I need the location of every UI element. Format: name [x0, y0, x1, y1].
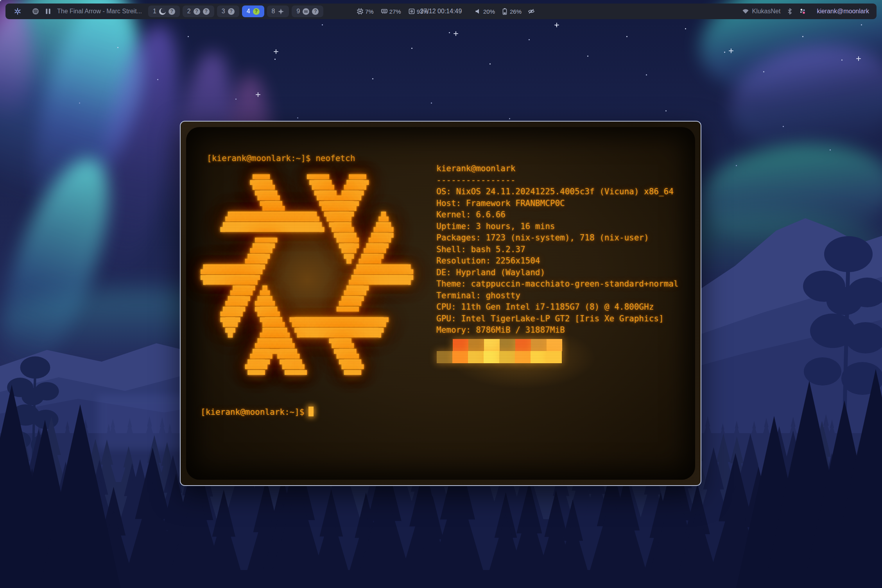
terminal-prompt: [kierank@moonlark:~]$: [201, 407, 314, 417]
user-label: kierank@moonlark: [817, 8, 869, 15]
palette-block: [437, 351, 452, 363]
palette-block: [531, 351, 546, 363]
workspace-button-4[interactable]: 4?: [242, 5, 264, 17]
workspace-button-2[interactable]: 2??: [183, 5, 214, 17]
memory-module: 27%: [381, 8, 401, 15]
workspace-number: 9: [296, 8, 300, 15]
workspace-button-9[interactable]: 9?: [292, 5, 323, 17]
palette-block: [484, 351, 499, 363]
info-line: Theme: catppuccin-macchiato-green-standa…: [436, 278, 679, 290]
tray-app-icon[interactable]: [799, 8, 806, 15]
palette-block: [515, 339, 531, 351]
app-icon: [159, 8, 166, 15]
battery-module: 26%: [501, 8, 522, 15]
workspace-switcher: 1?2??3?4?89?: [148, 5, 323, 17]
palette-block: [484, 339, 500, 351]
palette-block: [500, 339, 515, 351]
nixos-launcher-button[interactable]: [12, 8, 23, 15]
palette-block: [468, 339, 484, 351]
cpu-module: 7%: [357, 8, 374, 15]
workspace-number: 1: [153, 8, 156, 15]
network-module[interactable]: KlukasNet: [742, 8, 780, 15]
terminal-color-palette: [437, 339, 562, 363]
cpu-usage: 7%: [365, 8, 374, 15]
bluetooth-icon[interactable]: [786, 8, 793, 15]
crt-bloom: [190, 170, 425, 389]
palette-block: [531, 339, 547, 351]
app-icon: ?: [228, 8, 235, 15]
info-line: Memory: 8786MiB / 31887MiB: [436, 324, 679, 336]
palette-block: [547, 339, 562, 351]
info-line: Uptime: 3 hours, 16 mins: [436, 221, 679, 233]
nix-snowflake-icon: [14, 8, 21, 15]
clock-module[interactable]: 27/12 00:14:49: [420, 4, 462, 19]
neofetch-info: kierank@moonlark----------------OS: NixO…: [436, 163, 679, 336]
app-icon: ?: [253, 8, 260, 15]
app-icon: [278, 8, 284, 15]
app-icon: ?: [194, 8, 200, 15]
wifi-icon: [742, 8, 749, 15]
info-line: OS: NixOS 24.11.20241225.4005c3f (Vicuna…: [436, 186, 679, 198]
workspace-number: 8: [272, 8, 275, 15]
network-name: KlukasNet: [752, 8, 780, 15]
info-line: Resolution: 882x588: [436, 255, 679, 267]
palette-block: [515, 351, 531, 363]
idle-inhibitor-module[interactable]: [528, 8, 535, 15]
palette-block: [452, 351, 468, 363]
memory-icon: [381, 8, 388, 15]
app-icon: ?: [312, 8, 319, 15]
idle-inhibitor-off-icon: [528, 8, 535, 15]
app-icon: ?: [203, 8, 210, 15]
info-line: ----------------: [436, 175, 679, 186]
info-line: kierank@moonlark: [436, 163, 679, 175]
clock-text: 27/12 00:14:49: [420, 8, 462, 15]
volume-icon: [475, 8, 482, 15]
workspace-button-1[interactable]: 1?: [148, 5, 180, 17]
palette-block: [546, 351, 562, 363]
spotify-icon: [32, 8, 39, 15]
workspace-button-3[interactable]: 3?: [217, 5, 239, 17]
workspace-number: 4: [247, 8, 250, 15]
terminal-command-line: [kierank@moonlark:~]$ neofetch: [207, 154, 355, 163]
palette-block: [499, 351, 515, 363]
info-line: Host: Framework FRANBMCP0C: [436, 198, 679, 210]
crt-bloom: [421, 315, 624, 401]
nixos-ascii-logo: ▗▄▄▄ ▗▄▄▄▄ ▄▄▄▖ ▜███▙ ▜███▙ ▟███▛ ▜███▙ …: [201, 169, 413, 380]
info-line: GPU: Intel TigerLake-LP GT2 [Iris Xe Gra…: [436, 313, 679, 325]
terminal-cursor: [308, 407, 314, 416]
info-line: CPU: 11th Gen Intel i7-1185G7 (8) @ 4.80…: [436, 301, 679, 313]
info-line: DE: Hyprland (Wayland): [436, 267, 679, 279]
palette-block: [468, 351, 484, 363]
battery-icon: [501, 8, 508, 15]
cpu-icon: [357, 8, 364, 15]
status-bar: The Final Arrow - Marc Streit... 1?2??3?…: [5, 4, 877, 19]
workspace-button-8[interactable]: 8: [267, 5, 289, 17]
media-player-module[interactable]: The Final Arrow - Marc Streit...: [32, 8, 142, 15]
battery-level: 26%: [510, 8, 522, 15]
track-title: The Final Arrow - Marc Streit...: [57, 8, 142, 15]
app-icon: ?: [169, 8, 175, 15]
volume-module[interactable]: 20%: [475, 8, 495, 15]
crt-screen: [kierank@moonlark:~]$ neofetch ▗▄▄▄ ▗▄▄▄…: [186, 127, 695, 480]
info-line: Shell: bash 5.2.37: [436, 244, 679, 256]
app-icon: [303, 8, 309, 15]
palette-block: [453, 339, 468, 351]
info-line: Terminal: ghostty: [436, 290, 679, 302]
memory-usage: 27%: [389, 8, 401, 15]
pause-icon[interactable]: [45, 8, 52, 15]
volume-level: 20%: [483, 8, 495, 15]
terminal-window[interactable]: [kierank@moonlark:~]$ neofetch ▗▄▄▄ ▗▄▄▄…: [180, 121, 701, 486]
disk-icon: [408, 8, 415, 15]
prompt-text: [kierank@moonlark:~]$: [201, 407, 305, 417]
workspace-number: 3: [222, 8, 225, 15]
workspace-number: 2: [187, 8, 191, 15]
info-line: Kernel: 6.6.66: [436, 209, 679, 221]
info-line: Packages: 1723 (nix-system), 718 (nix-us…: [436, 232, 679, 244]
